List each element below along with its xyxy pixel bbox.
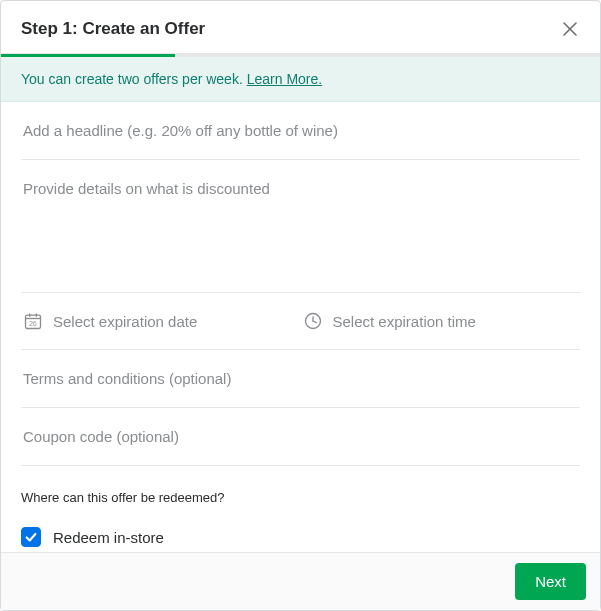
modal-title: Step 1: Create an Offer (21, 19, 205, 39)
expiration-date-field[interactable]: 26 Select expiration date (21, 293, 301, 349)
coupon-code-input[interactable] (21, 408, 580, 465)
check-icon (24, 530, 38, 544)
modal-body: 26 Select expiration date Select expirat… (1, 102, 600, 552)
calendar-icon: 26 (23, 311, 43, 331)
expiration-date-placeholder: Select expiration date (53, 313, 197, 330)
next-button[interactable]: Next (515, 563, 586, 600)
redemption-question: Where can this offer be redeemed? (21, 490, 580, 505)
redeem-in-store-checkbox[interactable] (21, 527, 41, 547)
details-input[interactable] (21, 160, 580, 288)
create-offer-modal: Step 1: Create an Offer You can create t… (0, 0, 601, 611)
info-banner: You can create two offers per week. Lear… (1, 57, 600, 102)
redeem-in-store-label: Redeem in-store (53, 529, 164, 546)
terms-field (21, 350, 580, 408)
learn-more-link[interactable]: Learn More. (247, 71, 322, 87)
progress-bar (1, 54, 600, 57)
expiration-time-field[interactable]: Select expiration time (301, 293, 581, 349)
svg-line-9 (313, 321, 316, 323)
info-text: You can create two offers per week. (21, 71, 247, 87)
close-icon (562, 21, 578, 37)
headline-field (21, 102, 580, 160)
details-field (21, 160, 580, 293)
close-button[interactable] (556, 15, 584, 43)
clock-icon (303, 311, 323, 331)
redeem-in-store-row[interactable]: Redeem in-store (21, 519, 580, 552)
svg-text:26: 26 (29, 320, 37, 327)
terms-input[interactable] (21, 350, 580, 407)
headline-input[interactable] (21, 102, 580, 159)
expiration-time-placeholder: Select expiration time (333, 313, 476, 330)
progress-fill (1, 54, 175, 57)
modal-footer: Next (1, 552, 600, 610)
expiration-row: 26 Select expiration date Select expirat… (21, 293, 580, 350)
coupon-field (21, 408, 580, 466)
modal-header: Step 1: Create an Offer (1, 1, 600, 54)
